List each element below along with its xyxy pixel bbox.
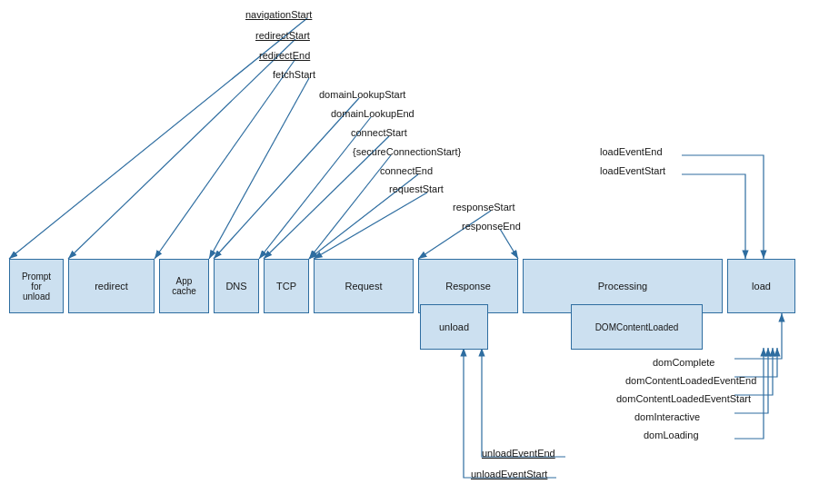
label-secureconnectionstart: {secureConnectionStart}	[353, 146, 461, 157]
label-redirectstart: redirectStart	[255, 30, 310, 41]
box-tcp: TCP	[264, 259, 309, 313]
label-connectend: connectEnd	[380, 165, 433, 176]
label-responseend: responseEnd	[462, 221, 521, 232]
box-dns: DNS	[214, 259, 259, 313]
label-unloadeventstart: unloadEventStart	[471, 469, 547, 479]
box-load: load	[727, 259, 795, 313]
svg-line-4	[209, 78, 309, 259]
diagram: Promptforunload redirect Appcache DNS TC…	[0, 0, 829, 504]
label-dominteractive: domInteractive	[634, 411, 700, 422]
label-navigationstart: navigationStart	[245, 9, 312, 20]
label-requeststart: requestStart	[389, 183, 444, 194]
svg-line-12	[500, 229, 518, 259]
svg-line-5	[214, 98, 359, 259]
svg-line-2	[68, 39, 295, 259]
svg-line-11	[418, 211, 491, 259]
label-domcontentloadedeventend: domContentLoadedEventEnd	[625, 375, 756, 386]
label-connectstart: connectStart	[351, 127, 407, 138]
label-loadeventstart: loadEventStart	[600, 165, 665, 176]
box-request: Request	[314, 259, 414, 313]
label-redirectend: redirectEnd	[259, 50, 310, 61]
label-domcomplete: domComplete	[653, 357, 714, 368]
svg-line-10	[314, 193, 427, 259]
label-domloading: domLoading	[644, 430, 699, 440]
svg-line-6	[259, 117, 371, 259]
box-appcache: Appcache	[159, 259, 209, 313]
box-prompt: Promptforunload	[9, 259, 64, 313]
label-loadeventend: loadEventEnd	[600, 146, 663, 157]
label-domainlookupstart: domainLookupStart	[319, 89, 405, 100]
svg-arrows	[0, 0, 829, 504]
label-domcontentloadedeventstart: domContentLoadedEventStart	[616, 393, 751, 404]
box-domcontentloaded: DOMContentLoaded	[571, 304, 703, 350]
label-domainlookupend: domainLookupEnd	[331, 108, 414, 119]
label-fetchstart: fetchStart	[273, 69, 315, 80]
svg-line-8	[309, 155, 391, 259]
box-redirect: redirect	[68, 259, 155, 313]
box-unload: unload	[420, 304, 488, 350]
svg-line-3	[155, 59, 295, 259]
label-unloadeventend: unloadEventEnd	[482, 448, 555, 459]
label-responsestart: responseStart	[453, 202, 514, 212]
